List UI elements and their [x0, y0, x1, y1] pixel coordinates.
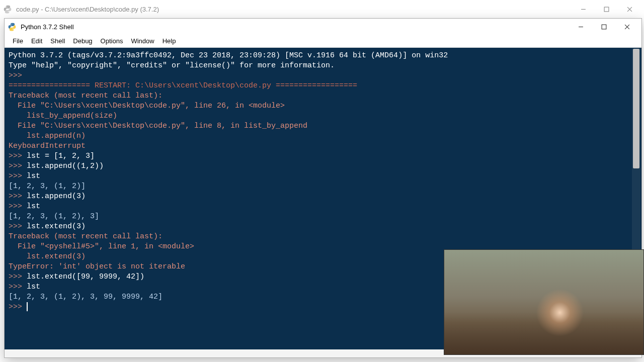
scrollbar-thumb[interactable]	[633, 49, 639, 168]
webcam-overlay	[444, 249, 644, 355]
menu-file[interactable]: File	[9, 36, 27, 46]
prompt: >>>	[9, 273, 27, 281]
shell-titlebar[interactable]: Python 3.7.2 Shell	[5, 19, 641, 35]
prompt: >>>	[9, 283, 27, 291]
minimize-button[interactable]	[572, 2, 595, 17]
shell-window-controls	[569, 19, 638, 34]
text-cursor	[27, 302, 28, 311]
shell-output: [1, 2, 3, (1, 2), 3]	[9, 212, 99, 221]
prompt: >>>	[9, 172, 27, 180]
shell-input: lst.append((1,2))	[27, 162, 104, 170]
shell-title-text: Python 3.7.2 Shell	[21, 23, 569, 31]
svg-rect-0	[604, 7, 609, 12]
background-titlebar: code.py - C:\Users\xcent\Desktop\code.py…	[0, 0, 644, 18]
prompt: >>>	[9, 162, 27, 170]
shell-input: lst	[27, 202, 40, 211]
traceback-line: File "C:\Users\xcent\Desktop\code.py", l…	[9, 122, 307, 130]
menu-help[interactable]: Help	[158, 36, 180, 46]
traceback-line: list_by_append(size)	[9, 112, 117, 120]
shell-input: lst.extend(3)	[27, 222, 86, 231]
shell-output: [1, 2, 3, (1, 2)]	[9, 182, 86, 191]
traceback-line: File "C:\Users\xcent\Desktop\code.py", l…	[9, 102, 285, 110]
traceback-line: File "<pyshell#5>", line 1, in <module>	[9, 242, 194, 251]
traceback-line: lst.extend(3)	[9, 252, 86, 261]
traceback-line: Traceback (most recent call last):	[9, 232, 163, 241]
prompt: >>>	[9, 202, 27, 211]
traceback-line: KeyboardInterrupt	[9, 142, 86, 150]
menu-debug[interactable]: Debug	[69, 36, 96, 46]
prompt: >>>	[9, 303, 27, 311]
shell-input: lst	[27, 283, 40, 291]
python-icon	[8, 22, 17, 31]
traceback-line: Traceback (most recent call last):	[9, 92, 163, 100]
prompt: >>>	[9, 71, 27, 80]
menu-shell[interactable]: Shell	[46, 36, 69, 46]
shell-output: [1, 2, 3, (1, 2), 3, 99, 9999, 42]	[9, 293, 163, 301]
shell-input: lst.extend([99, 9999, 42])	[27, 273, 144, 281]
shell-input: lst.append(3)	[27, 192, 86, 201]
menu-edit[interactable]: Edit	[27, 36, 46, 46]
maximize-button[interactable]	[592, 19, 615, 34]
prompt: >>>	[9, 222, 27, 231]
maximize-button[interactable]	[595, 2, 618, 17]
close-button[interactable]	[618, 2, 641, 17]
banner-line-1: Python 3.7.2 (tags/v3.7.2:9a3ffc0492, De…	[9, 51, 448, 60]
shell-input: lst	[27, 172, 40, 180]
banner-line-2: Type "help", "copyright", "credits" or "…	[9, 61, 335, 70]
restart-line: ================== RESTART: C:\Users\xce…	[9, 81, 357, 90]
prompt: >>>	[9, 152, 27, 160]
prompt: >>>	[9, 192, 27, 201]
traceback-line: lst.append(n)	[9, 132, 86, 140]
traceback-line: TypeError: 'int' object is not iterable	[9, 262, 185, 271]
menu-window[interactable]: Window	[127, 36, 158, 46]
svg-rect-1	[602, 25, 606, 29]
shell-input: lst = [1, 2, 3]	[27, 152, 95, 160]
python-icon	[3, 5, 12, 14]
background-title-text: code.py - C:\Users\xcent\Desktop\code.py…	[16, 6, 572, 13]
menu-bar: File Edit Shell Debug Options Window Hel…	[5, 35, 641, 48]
background-window-controls	[572, 2, 641, 17]
close-button[interactable]	[615, 19, 638, 34]
minimize-button[interactable]	[569, 19, 592, 34]
menu-options[interactable]: Options	[97, 36, 127, 46]
